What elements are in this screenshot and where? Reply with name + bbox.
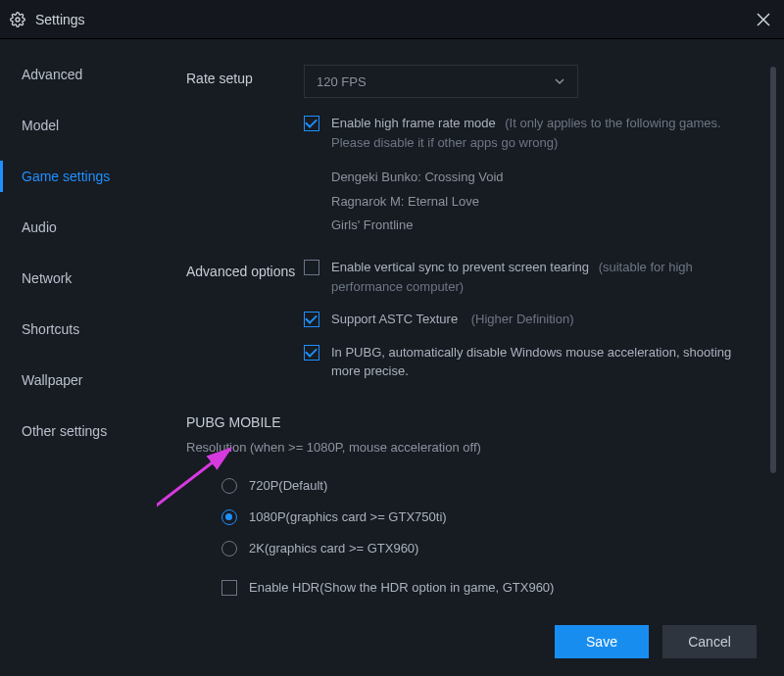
scrollbar-thumb[interactable] bbox=[770, 67, 776, 473]
pubg-mobile-title: PUBG MOBILE bbox=[186, 414, 760, 430]
astc-hint: (Higher Definition) bbox=[471, 312, 574, 326]
vsync-check[interactable]: Enable vertical sync to prevent screen t… bbox=[304, 258, 760, 296]
pubg-mobile-subtitle: Resolution (when >= 1080P, mouse acceler… bbox=[186, 440, 760, 455]
radio-icon bbox=[221, 509, 237, 525]
resolution-2k[interactable]: 2K(graphics card >= GTX960) bbox=[186, 533, 760, 564]
rate-setup-label: Rate setup bbox=[186, 65, 304, 86]
sidebar-item-network[interactable]: Network bbox=[0, 253, 157, 304]
gear-icon bbox=[10, 12, 25, 27]
content-scroll[interactable]: Rate setup 120 FPS Enable high bbox=[157, 39, 766, 607]
high-frame-check[interactable]: Enable high frame rate mode (It only app… bbox=[304, 114, 760, 152]
footer: Save Cancel bbox=[0, 607, 784, 676]
sidebar-item-advanced[interactable]: Advanced bbox=[0, 49, 157, 100]
astc-text-wrap: Support ASTC Texture (Higher Definition) bbox=[331, 310, 574, 329]
astc-text: Support ASTC Texture bbox=[331, 312, 458, 326]
fps-select[interactable]: 120 FPS bbox=[304, 65, 578, 98]
pubg-mouse-check[interactable]: In PUBG, automatically disable Windows m… bbox=[304, 343, 760, 381]
vsync-text-wrap: Enable vertical sync to prevent screen t… bbox=[331, 258, 760, 296]
game-item: Ragnarok M: Eternal Love bbox=[331, 190, 760, 215]
settings-window: Settings Advanced Model Game settings Au… bbox=[0, 0, 784, 676]
high-frame-games: Dengeki Bunko: Crossing Void Ragnarok M:… bbox=[331, 166, 760, 238]
titlebar: Settings bbox=[0, 0, 784, 39]
content: Rate setup 120 FPS Enable high bbox=[157, 39, 784, 607]
chevron-down-icon bbox=[554, 75, 565, 87]
high-frame-text-wrap: Enable high frame rate mode (It only app… bbox=[331, 114, 760, 152]
checkbox-icon bbox=[304, 345, 319, 361]
checkbox-icon bbox=[221, 580, 237, 596]
window-title: Settings bbox=[35, 12, 85, 27]
high-frame-text: Enable high frame rate mode bbox=[331, 116, 496, 130]
resolution-720p[interactable]: 720P(Default) bbox=[186, 470, 760, 502]
checkbox-icon bbox=[304, 116, 319, 131]
advanced-options-label: Advanced options bbox=[186, 258, 304, 279]
rate-setup-row: Rate setup 120 FPS Enable high bbox=[186, 65, 760, 238]
game-item: Dengeki Bunko: Crossing Void bbox=[331, 166, 760, 190]
radio-icon bbox=[221, 541, 237, 556]
close-icon bbox=[757, 13, 770, 26]
sidebar: Advanced Model Game settings Audio Netwo… bbox=[0, 39, 157, 607]
pubg-mouse-text: In PUBG, automatically disable Windows m… bbox=[331, 343, 760, 381]
sidebar-item-audio[interactable]: Audio bbox=[0, 202, 157, 253]
close-button[interactable] bbox=[753, 9, 774, 30]
sidebar-item-wallpaper[interactable]: Wallpaper bbox=[0, 355, 157, 406]
hdr-check[interactable]: Enable HDR(Show the HDR option in game, … bbox=[186, 578, 760, 598]
radio-label: 1080P(graphics card >= GTX750ti) bbox=[249, 509, 447, 524]
hdr-text: Enable HDR(Show the HDR option in game, … bbox=[249, 578, 554, 598]
checkbox-icon bbox=[304, 312, 319, 327]
radio-label: 2K(graphics card >= GTX960) bbox=[249, 541, 418, 555]
scrollbar[interactable] bbox=[770, 67, 776, 588]
radio-label: 720P(Default) bbox=[249, 478, 327, 493]
save-button[interactable]: Save bbox=[555, 625, 649, 658]
astc-check[interactable]: Support ASTC Texture (Higher Definition) bbox=[304, 310, 760, 329]
cancel-button[interactable]: Cancel bbox=[662, 625, 757, 658]
body: Advanced Model Game settings Audio Netwo… bbox=[0, 39, 784, 607]
resolution-1080p[interactable]: 1080P(graphics card >= GTX750ti) bbox=[186, 502, 760, 533]
vsync-text: Enable vertical sync to prevent screen t… bbox=[331, 260, 589, 274]
sidebar-item-model[interactable]: Model bbox=[0, 100, 157, 151]
svg-point-0 bbox=[16, 18, 20, 22]
game-item: Girls' Frontline bbox=[331, 214, 760, 238]
sidebar-item-game-settings[interactable]: Game settings bbox=[0, 151, 157, 202]
sidebar-item-shortcuts[interactable]: Shortcuts bbox=[0, 304, 157, 355]
fps-select-value: 120 FPS bbox=[317, 74, 367, 89]
radio-icon bbox=[221, 478, 237, 494]
checkbox-icon bbox=[304, 260, 319, 275]
sidebar-item-other-settings[interactable]: Other settings bbox=[0, 406, 157, 457]
advanced-options-row: Advanced options Enable vertical sync to… bbox=[186, 258, 760, 395]
